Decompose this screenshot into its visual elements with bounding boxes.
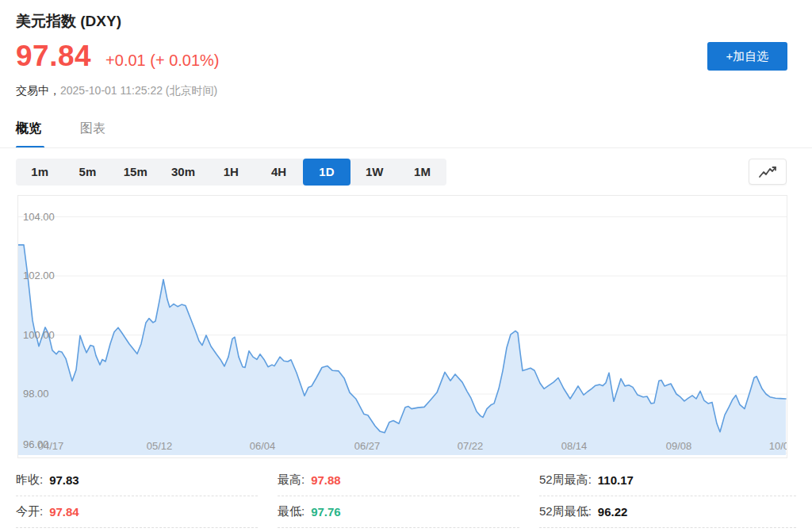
- price-change: +0.01 (+ 0.01%): [105, 52, 219, 70]
- stat-value: 97.88: [311, 473, 341, 487]
- stat-value: 97.76: [311, 505, 341, 519]
- interval-button-1M[interactable]: 1M: [398, 159, 446, 186]
- stat-value: 96.22: [598, 505, 628, 519]
- stat-value: 97.84: [49, 505, 79, 519]
- tabs-separator: [0, 147, 812, 148]
- stat-cell-4: 最低:97.76: [278, 496, 519, 528]
- line-chart-icon: [757, 165, 778, 179]
- tab-chart[interactable]: 图表: [80, 121, 105, 148]
- interval-button-1m[interactable]: 1m: [16, 159, 63, 186]
- chart-style-button[interactable]: [749, 159, 787, 185]
- stat-cell-2: 52周最高:110.17: [539, 465, 796, 496]
- status-row: 交易中，2025-10-01 11:25:22 (北京时间): [16, 84, 217, 98]
- trading-status: 交易中，: [16, 84, 60, 97]
- interval-bar: 1m5m15m30m1H4H1D1W1M: [16, 159, 446, 186]
- interval-button-4H[interactable]: 4H: [255, 159, 302, 186]
- interval-button-1D[interactable]: 1D: [303, 159, 350, 186]
- stat-cell-1: 最高:97.88: [278, 465, 519, 496]
- last-price: 97.84: [16, 40, 91, 73]
- add-watchlist-button[interactable]: +加自选: [707, 42, 787, 71]
- interval-button-1W[interactable]: 1W: [350, 159, 398, 186]
- stat-label: 最高:: [278, 473, 304, 488]
- stat-value: 110.17: [598, 473, 634, 487]
- stat-label: 52周最低:: [539, 504, 592, 519]
- price-row: 97.84 +0.01 (+ 0.01%): [16, 40, 220, 73]
- page-title: 美元指数 (DXY): [16, 11, 121, 32]
- stat-label: 昨收:: [16, 473, 43, 488]
- stats-grid: 昨收:97.83最高:97.8852周最高:110.17今开:97.84最低:9…: [16, 465, 796, 528]
- quote-timestamp: 2025-10-01 11:25:22 (北京时间): [60, 84, 217, 97]
- stat-cell-0: 昨收:97.83: [16, 465, 258, 496]
- interval-button-5m[interactable]: 5m: [63, 159, 111, 186]
- interval-button-15m[interactable]: 15m: [112, 159, 159, 186]
- price-chart[interactable]: 104.00102.00100.0098.0096.0004/1705/1206…: [17, 195, 787, 458]
- stat-label: 今开:: [16, 504, 43, 519]
- stat-value: 97.83: [49, 473, 79, 487]
- stat-cell-5: 52周最低:96.22: [539, 496, 796, 528]
- view-tabs: 概览 图表: [16, 121, 105, 148]
- chart-canvas: [18, 196, 787, 457]
- stat-label: 52周最高:: [539, 473, 592, 488]
- stat-cell-3: 今开:97.84: [16, 496, 258, 528]
- stat-label: 最低:: [278, 504, 304, 519]
- tab-overview[interactable]: 概览: [16, 121, 41, 148]
- interval-button-1H[interactable]: 1H: [207, 159, 255, 186]
- interval-button-30m[interactable]: 30m: [159, 159, 207, 186]
